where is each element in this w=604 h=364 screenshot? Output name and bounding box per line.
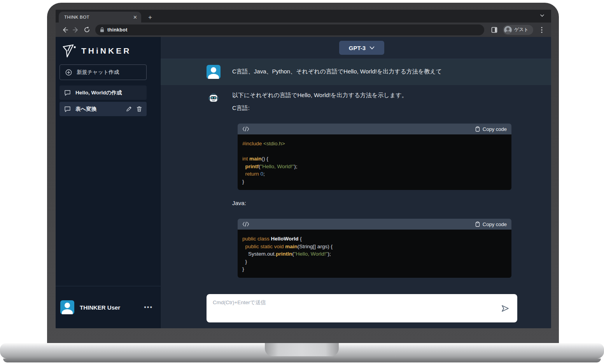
- browser-tab[interactable]: THINK BOT ✕: [59, 12, 141, 23]
- bot-intro-text: 以下にそれぞれの言語でHello, World!を出力する方法を示します。: [232, 92, 408, 99]
- new-chat-label: 新規チャット作成: [77, 69, 119, 76]
- copy-code-button[interactable]: Copy code: [475, 221, 507, 227]
- model-select-button[interactable]: GPT-3: [339, 41, 384, 55]
- send-button[interactable]: [500, 303, 510, 313]
- tab-close-icon[interactable]: ✕: [133, 14, 137, 20]
- app-logo-text: THiNKER: [81, 46, 131, 56]
- chat-item-label: 表へ変換: [75, 106, 121, 113]
- forward-icon[interactable]: [70, 24, 81, 35]
- message-input-container: [207, 294, 517, 322]
- new-tab-icon[interactable]: +: [146, 13, 154, 22]
- clipboard-icon: [475, 221, 480, 227]
- code-icon: [242, 222, 249, 226]
- chat-item-label: Hello, Worldの作成: [75, 89, 142, 96]
- address-bar[interactable]: thinkbot: [95, 24, 484, 35]
- laptop-mockup: THINK BOT ✕ + thinkbot: [0, 0, 604, 364]
- user-menu-icon[interactable]: •••: [144, 304, 153, 311]
- sidebar-footer: THINKER User •••: [56, 286, 161, 328]
- tab-title: THINK BOT: [64, 15, 130, 19]
- back-icon[interactable]: [60, 24, 70, 35]
- guest-profile-button[interactable]: ゲスト: [503, 25, 533, 35]
- chat-main: GPT-3 C言語、Java、Python、それぞれの言語でHello, Wor…: [161, 37, 551, 328]
- thinkbot-app: THiNKER 新規チャット作成 Hello, Worldの作成 表へ変換: [56, 37, 551, 328]
- user-name: THINKER User: [80, 304, 138, 311]
- model-label: GPT-3: [349, 45, 366, 51]
- user-message-text: C言語、Java、Python、それぞれの言語でHello, World!を出力…: [232, 65, 442, 75]
- browser-window: THINK BOT ✕ + thinkbot: [56, 10, 551, 328]
- code-block-java: Copy code public class HelloWorld { publ…: [238, 219, 511, 278]
- reload-icon[interactable]: [81, 24, 92, 35]
- delete-trash-icon[interactable]: [137, 106, 142, 112]
- bot-avatar: [207, 91, 221, 105]
- code-icon: [242, 127, 249, 131]
- plus-circle-icon: [65, 69, 72, 76]
- user-message-row: C言語、Java、Python、それぞれの言語でHello, World!を出力…: [161, 59, 551, 85]
- lock-icon: [100, 27, 104, 32]
- user-avatar: [207, 65, 221, 79]
- laptop-base-notch: [265, 343, 339, 356]
- sidebar-chat-item-hello-world[interactable]: Hello, Worldの作成: [60, 85, 147, 100]
- new-chat-button[interactable]: 新規チャット作成: [60, 64, 147, 80]
- clipboard-icon: [475, 126, 480, 132]
- sidebar-chat-item-table-convert[interactable]: 表へ変換: [60, 102, 147, 116]
- copy-code-button[interactable]: Copy code: [475, 126, 507, 132]
- guest-avatar: [504, 26, 512, 34]
- code-body-java[interactable]: public class HelloWorld { public static …: [238, 230, 511, 278]
- chat-bubble-icon: [64, 90, 71, 96]
- edit-pencil-icon[interactable]: [126, 106, 132, 112]
- side-panel-icon[interactable]: [489, 24, 500, 35]
- code-block-c: Copy code #include <stdio.h> int main() …: [238, 124, 511, 190]
- java-language-label: Java:: [232, 200, 246, 206]
- url-text: thinkbot: [107, 27, 128, 33]
- code-body-c[interactable]: #include <stdio.h> int main() { printf("…: [238, 134, 511, 190]
- user-avatar: [60, 300, 74, 314]
- app-logo: THiNKER: [62, 43, 131, 59]
- send-paper-plane-icon: [501, 304, 510, 313]
- guest-label: ゲスト: [514, 26, 529, 33]
- sidebar: THiNKER 新規チャット作成 Hello, Worldの作成 表へ変換: [56, 37, 161, 328]
- chat-header: GPT-3: [161, 37, 551, 59]
- thinker-logo-icon: [62, 43, 77, 59]
- tabstrip-chevron-down-icon[interactable]: [539, 13, 545, 18]
- chat-bubble-icon: [64, 106, 71, 112]
- robot-face-icon: [207, 91, 221, 105]
- laptop-base-edge: [3, 359, 601, 362]
- message-input[interactable]: [207, 294, 500, 322]
- code-block-header: Copy code: [238, 124, 511, 134]
- browser-toolbar: thinkbot ゲスト: [56, 23, 551, 37]
- code-block-header: Copy code: [238, 219, 511, 230]
- c-language-label: C言語:: [232, 104, 250, 112]
- chevron-down-icon: [369, 46, 375, 50]
- browser-tabstrip: THINK BOT ✕ +: [56, 10, 551, 23]
- browser-menu-icon[interactable]: [536, 24, 547, 35]
